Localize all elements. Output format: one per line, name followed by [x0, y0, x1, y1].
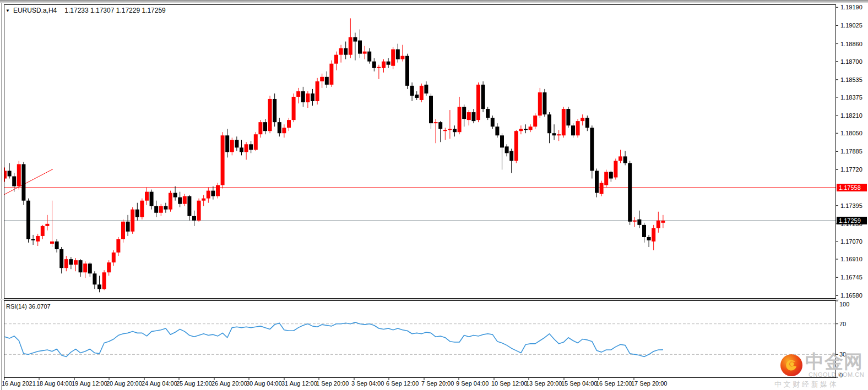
date-tick-label: 30 Aug 04:00: [246, 380, 282, 387]
date-tick-label: 20 Aug 20:00: [106, 380, 142, 387]
date-tick-label: 3 Sep 04:00: [351, 380, 384, 387]
date-tick-label: 25 Aug 12:00: [176, 380, 212, 387]
price-tick-label: 1.19190: [840, 4, 862, 10]
price-tick-label: 1.17395: [840, 202, 862, 209]
trading-chart-window: ▼EURUSD.a,H41.17233 1.17307 1.17229 1.17…: [0, 0, 868, 390]
date-tick-label: 31 Aug 12:00: [281, 380, 317, 387]
date-tick-label: 1 Sep 20:00: [316, 380, 349, 387]
rsi-panel[interactable]: [4, 300, 836, 378]
symbol-period-label: EURUSD.a,H4: [13, 7, 57, 14]
ohlc-quotes: 1.17233 1.17307 1.17229 1.17259: [64, 7, 166, 14]
symbol-dropdown-icon[interactable]: ▼: [6, 8, 10, 13]
price-tick-label: 1.16910: [840, 256, 862, 262]
window-top-edge: [0, 0, 868, 3]
date-tick-label: 6 Sep 12:00: [386, 380, 419, 387]
price-tick-label: 1.16580: [840, 292, 862, 299]
price-tick-label: 1.17070: [840, 238, 862, 245]
watermark-brand: 中金网: [805, 352, 863, 371]
price-tick-label: 1.17720: [840, 166, 862, 173]
price-tick-label: 1.18375: [840, 94, 862, 101]
date-tick-label: 17 Sep 20:00: [631, 380, 667, 387]
date-tick-label: 19 Aug 12:00: [72, 380, 107, 387]
watermark: 中金网 CNGOLD.COM.CN 中 文 财 经 新 媒 体: [773, 351, 868, 390]
price-tick-label: 1.17885: [840, 148, 862, 155]
price-tick-label: 1.19025: [840, 22, 862, 29]
main-chart-panel[interactable]: [4, 4, 836, 299]
date-tick-label: 9 Sep 04:00: [456, 380, 489, 387]
date-tick-label: 15 Sep 04:00: [561, 380, 597, 387]
price-tick-label: 1.18860: [840, 41, 862, 47]
cngold-logo-icon: [780, 354, 803, 377]
price-tick-label: 1.18535: [840, 76, 862, 83]
rsi-level-label: 100: [839, 301, 849, 307]
date-tick-label: 7 Sep 20:00: [421, 380, 454, 387]
rsi-level-label: 70: [839, 321, 846, 327]
date-tick-label: 24 Aug 04:00: [142, 380, 177, 387]
price-tick-label: 1.16745: [840, 274, 862, 281]
date-tick-label: 10 Sep 12:00: [491, 380, 527, 387]
date-tick-label: 26 Aug 20:00: [211, 380, 247, 387]
price-tick-label: 1.18050: [840, 130, 862, 136]
chart-title: ▼EURUSD.a,H41.17233 1.17307 1.17229 1.17…: [6, 7, 166, 14]
rsi-indicator-label: RSI(14) 36.0707: [6, 303, 51, 310]
price-tick-label: 1.18210: [840, 112, 862, 119]
bid-line-price-tag: 1.17259: [837, 217, 867, 224]
resistance-line-price-tag: 1.17558: [837, 184, 867, 191]
date-tick-label: 13 Sep 20:00: [526, 380, 562, 387]
price-tick-label: 1.18700: [840, 58, 862, 65]
watermark-site: CNGOLD.COM.CN: [809, 371, 864, 378]
window-left-edge: [1, 3, 2, 390]
date-tick-label: 18 Aug 04:00: [36, 380, 72, 387]
date-tick-label: 16 Aug 2021: [2, 380, 36, 387]
watermark-tagline: 中 文 财 经 新 媒 体: [774, 380, 837, 389]
date-tick-label: 16 Sep 12:00: [596, 380, 632, 387]
